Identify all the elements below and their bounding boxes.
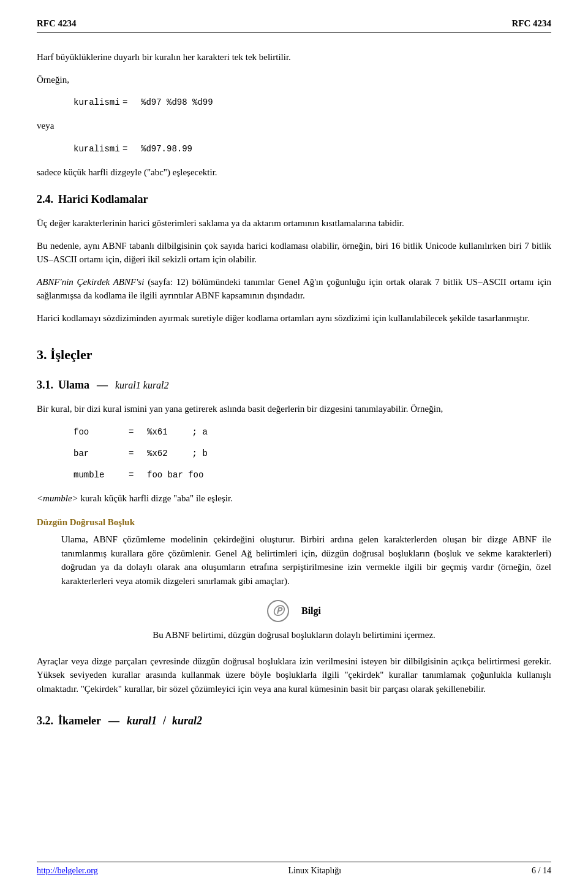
section-31-heading: 3.1. Ulama — kural1 kural2	[37, 377, 551, 393]
main-content: Harf büyüklüklerine duyarlı bir kuralın …	[37, 50, 551, 729]
page-header: RFC 4234 RFC 4234	[37, 18, 551, 33]
veya-label: veya	[37, 119, 551, 133]
example-label: Örneğin,	[37, 73, 551, 87]
section-3-heading: 3. İşleçler	[37, 344, 551, 365]
code-val-2: %d97.98.99	[141, 142, 192, 157]
code-name-mumble: mumble	[74, 468, 129, 483]
section-31-number: 3.1.	[37, 377, 53, 393]
code-name-foo: foo	[74, 425, 129, 440]
section-32-number: 3.2.	[37, 713, 53, 729]
footer-url[interactable]: http://belgeler.org	[37, 866, 98, 876]
header-left: RFC 4234	[37, 18, 77, 29]
duzgun-heading: Düzgün Doğrusal Boşluk	[37, 515, 551, 529]
code-eq-bar: =	[129, 446, 147, 461]
info-box: Ⓟ Bilgi Bu ABNF belirtimi, düzgün doğrus…	[37, 600, 551, 642]
code-eq-1: =	[123, 95, 141, 110]
code-name-bar: bar	[74, 446, 129, 461]
page-footer: http://belgeler.org Linux Kitaplığı 6 / …	[37, 862, 551, 876]
section-31-p1: Bir kural, bir dizi kural ismini yan yan…	[37, 402, 551, 416]
sadece-paragraph: sadece küçük harfli dizgeyle ("abc") eşl…	[37, 165, 551, 180]
code-val-bar: %x62	[147, 446, 168, 461]
section-24-p3-italic: ABNF'nin Çekirdek ABNF'si	[37, 277, 144, 287]
section-32-italic-note-2: kural2	[172, 715, 202, 727]
section-24-number: 2.4.	[37, 191, 53, 208]
header-right: RFC 4234	[511, 18, 551, 29]
code-val-mumble: foo bar foo	[147, 468, 203, 483]
info-box-text: Bu ABNF belirtimi, düzgün doğrusal boşlu…	[153, 628, 435, 642]
section-24-p2: Bu nedenle, aynı ABNF tabanlı dilbilgisi…	[37, 239, 551, 267]
section-31-italic-note: kural1 kural2	[115, 378, 169, 393]
code-val-foo: %x61	[147, 425, 168, 440]
em-dash-31: —	[97, 377, 108, 393]
section-31-p3: Ayraçlar veya dizge parçaları çevresinde…	[37, 655, 551, 696]
section-32-slash: /	[163, 713, 166, 729]
section-3-number: 3.	[37, 347, 47, 362]
info-icon-symbol: Ⓟ	[273, 603, 284, 620]
angle-bracket: <mumble>	[37, 493, 78, 503]
code-line-1: kuralismi = %d97 %d98 %d99	[74, 95, 551, 110]
section-32-heading: 3.2. İkameler — kural1 / kural2	[37, 713, 551, 729]
duzgun-p1: Ulama, ABNF çözümleme modelinin çekirdeğ…	[61, 533, 551, 588]
footer-page: 6 / 14	[532, 866, 551, 876]
section-32-title: İkameler	[58, 713, 101, 729]
code-line-2: kuralismi = %d97.98.99	[74, 142, 551, 157]
code-name-kuralismi-2: kuralismi	[74, 142, 123, 157]
code-line-mumble: mumble = foo bar foo	[74, 468, 551, 483]
code-block-3: foo = %x61 ; a bar = %x62 ; b mumble = f…	[74, 425, 551, 484]
intro-paragraph: Harf büyüklüklerine duyarlı bir kuralın …	[37, 50, 551, 64]
section-24-heading: 2.4. Harici Kodlamalar	[37, 191, 551, 208]
section-24-p3: ABNF'nin Çekirdek ABNF'si (sayfa: 12) bö…	[37, 275, 551, 303]
code-comment-bar: ; b	[192, 446, 208, 461]
info-box-header: Ⓟ Bilgi	[37, 600, 551, 622]
code-comment-foo: ; a	[192, 425, 208, 440]
section-32-italic-note-1: kural1	[127, 715, 157, 727]
section-24-title: Harici Kodlamalar	[58, 191, 148, 208]
section-24-p4: Harici kodlamayı sözdiziminden ayırmak s…	[37, 311, 551, 325]
section-3-title: İşleçler	[50, 347, 92, 362]
code-eq-mumble: =	[129, 468, 147, 483]
footer-title: Linux Kitaplığı	[288, 866, 342, 876]
code-val-1: %d97 %d98 %d99	[141, 95, 213, 110]
section-31-p2-rest: kuralı küçük harfli dizge "aba" ile eşle…	[78, 493, 233, 503]
info-box-title: Bilgi	[301, 604, 321, 618]
section-31-title: Ulama	[58, 377, 89, 393]
em-dash-32: —	[108, 713, 119, 729]
page-container: RFC 4234 RFC 4234 Harf büyüklüklerine du…	[0, 0, 588, 888]
section-31-p2: <mumble> kuralı küçük harfli dizge "aba"…	[37, 491, 551, 506]
info-icon: Ⓟ	[267, 600, 289, 622]
code-name-kuralismi-1: kuralismi	[74, 95, 123, 110]
section-24-p1: Üç değer karakterlerinin harici gösterim…	[37, 216, 551, 230]
code-eq-2: =	[123, 142, 141, 157]
code-line-bar: bar = %x62 ; b	[74, 446, 551, 461]
code-block-1: kuralismi = %d97 %d98 %d99	[74, 95, 551, 110]
code-line-foo: foo = %x61 ; a	[74, 425, 551, 440]
code-eq-foo: =	[129, 425, 147, 440]
code-block-2: kuralismi = %d97.98.99	[74, 142, 551, 157]
